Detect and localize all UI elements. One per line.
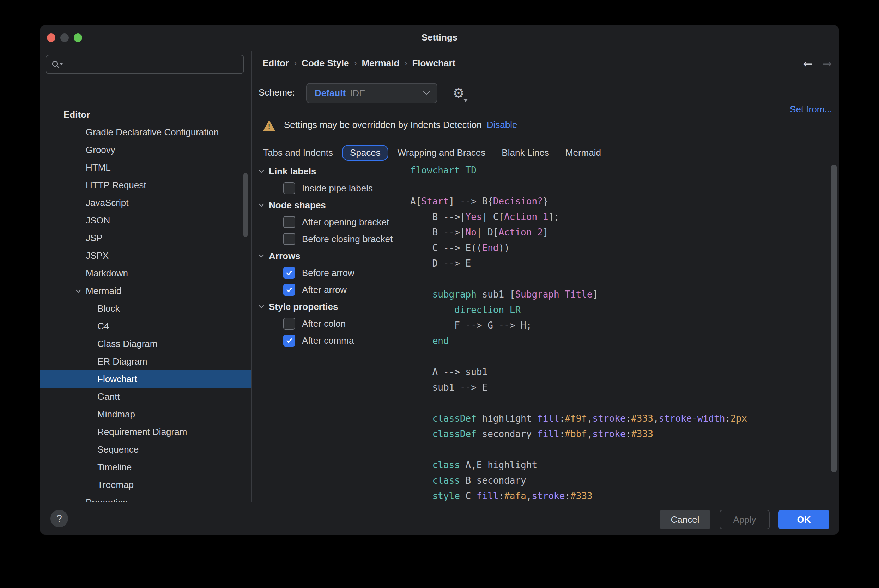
sidebar-item-gradle-declarative-configuration[interactable]: Gradle Declarative Configuration bbox=[40, 123, 251, 141]
option-row: Before arrow bbox=[252, 264, 407, 281]
option-group-title: Node shapes bbox=[269, 200, 326, 211]
code-line: flowchart TD bbox=[410, 163, 747, 178]
tab-mermaid[interactable]: Mermaid bbox=[565, 147, 601, 158]
sidebar-item-html[interactable]: HTML bbox=[40, 159, 251, 176]
code-line bbox=[410, 395, 747, 411]
breadcrumb-item[interactable]: Code Style bbox=[302, 58, 349, 69]
code-line bbox=[410, 349, 747, 364]
checkbox-label: After colon bbox=[302, 318, 346, 329]
sidebar-item-timeline[interactable]: Timeline bbox=[40, 458, 251, 476]
checkbox-after-colon[interactable] bbox=[283, 318, 295, 330]
sidebar-item-class-diagram[interactable]: Class Diagram bbox=[40, 335, 251, 352]
option-group-title: Arrows bbox=[269, 250, 301, 262]
warning-icon: ! bbox=[263, 120, 275, 131]
code-line: B -->|Yes| C[Action 1]; bbox=[410, 209, 747, 225]
scheme-variant: IDE bbox=[350, 88, 365, 99]
set-from-link[interactable]: Set from... bbox=[790, 104, 832, 115]
apply-button: Apply bbox=[720, 510, 770, 530]
gear-caret-icon bbox=[463, 99, 468, 102]
breadcrumb-separator: › bbox=[354, 58, 357, 68]
sidebar-item-jsp[interactable]: JSP bbox=[40, 229, 251, 247]
back-button[interactable]: ← bbox=[800, 57, 816, 71]
gear-icon[interactable]: ⚙ bbox=[451, 85, 467, 101]
breadcrumb-item[interactable]: Editor bbox=[263, 58, 289, 69]
sidebar-item-c4[interactable]: C4 bbox=[40, 317, 251, 335]
tree-item-label: ER Diagram bbox=[97, 356, 147, 367]
chevron-down-icon[interactable] bbox=[257, 302, 266, 311]
checkbox-label: After arrow bbox=[302, 285, 347, 296]
cancel-button[interactable]: Cancel bbox=[660, 510, 711, 530]
tree-item-label: Mermaid bbox=[86, 285, 121, 297]
checkbox-after-comma[interactable] bbox=[283, 334, 295, 346]
code-line: D --> E bbox=[410, 256, 747, 271]
sidebar-item-mindmap[interactable]: Mindmap bbox=[40, 405, 251, 423]
tab-spaces[interactable]: Spaces bbox=[342, 145, 388, 161]
mermaid-code-preview: flowchart TDA[Start] --> B{Decision?} B … bbox=[410, 163, 747, 502]
sidebar-item-http-request[interactable]: HTTP Request bbox=[40, 176, 251, 194]
chevron-down-icon[interactable] bbox=[257, 251, 266, 261]
tree-item-label: JSPX bbox=[86, 250, 109, 261]
sidebar-item-json[interactable]: JSON bbox=[40, 212, 251, 229]
settings-tree: EditorGradle Declarative ConfigurationGr… bbox=[40, 51, 251, 502]
dialog-footer: ? Cancel Apply OK bbox=[40, 502, 839, 535]
code-line: direction LR bbox=[410, 302, 747, 318]
tab-wrapping-and-braces[interactable]: Wrapping and Braces bbox=[398, 147, 486, 158]
code-line: subgraph sub1 [Subgraph Title] bbox=[410, 286, 747, 302]
scheme-select[interactable]: Default IDE bbox=[306, 83, 437, 103]
code-line: A --> sub1 bbox=[410, 364, 747, 380]
code-line bbox=[410, 271, 747, 286]
sidebar-scrollbar[interactable] bbox=[243, 173, 248, 237]
sidebar-item-groovy[interactable]: Groovy bbox=[40, 141, 251, 159]
sidebar-item-block[interactable]: Block bbox=[40, 300, 251, 317]
help-button[interactable]: ? bbox=[50, 510, 68, 527]
chevron-down-icon[interactable] bbox=[74, 286, 83, 296]
sidebar-item-mermaid[interactable]: Mermaid bbox=[40, 282, 251, 300]
warning-text: Settings may be overridden by Indents De… bbox=[284, 120, 482, 130]
chevron-down-icon bbox=[422, 91, 430, 96]
option-row: After arrow bbox=[252, 281, 407, 298]
sidebar-item-sequence[interactable]: Sequence bbox=[40, 441, 251, 458]
checkbox-before-closing-bracket[interactable] bbox=[283, 233, 295, 245]
tree-item-label: Groovy bbox=[86, 144, 115, 156]
breadcrumb-item[interactable]: Mermaid bbox=[362, 58, 399, 69]
code-line: class B secondary bbox=[410, 473, 747, 488]
checkbox-before-arrow[interactable] bbox=[283, 267, 295, 279]
tree-item-label: Mindmap bbox=[97, 409, 135, 420]
tab-blank-lines[interactable]: Blank Lines bbox=[502, 147, 549, 158]
tab-tabs-and-indents[interactable]: Tabs and Indents bbox=[263, 147, 333, 158]
sidebar-item-treemap[interactable]: Treemap bbox=[40, 476, 251, 494]
code-line: classDef highlight fill:#f9f,stroke:#333… bbox=[410, 411, 747, 426]
sidebar-item-javascript[interactable]: JavaScript bbox=[40, 194, 251, 212]
checkbox-label: Inside pipe labels bbox=[302, 183, 373, 194]
preview-scrollbar[interactable] bbox=[831, 165, 837, 472]
checkbox-inside-pipe-labels[interactable] bbox=[283, 182, 295, 194]
checkbox-after-opening-bracket[interactable] bbox=[283, 216, 295, 228]
scheme-label: Scheme: bbox=[258, 87, 295, 98]
sidebar-item-jspx[interactable]: JSPX bbox=[40, 247, 251, 264]
breadcrumb-separator: › bbox=[404, 58, 407, 68]
sidebar-item-flowchart[interactable]: Flowchart bbox=[40, 370, 251, 388]
tree-item-label: Sequence bbox=[97, 444, 139, 455]
tree-item-label: Markdown bbox=[86, 268, 128, 279]
disable-link[interactable]: Disable bbox=[487, 120, 517, 130]
option-row: Inside pipe labels bbox=[252, 180, 407, 197]
sidebar-item-editor[interactable]: Editor bbox=[40, 106, 251, 123]
checkbox-label: Before arrow bbox=[302, 267, 355, 279]
breadcrumb: Editor›Code Style›Mermaid›Flowchart bbox=[263, 56, 455, 70]
spaces-options-panel: Link labelsInside pipe labelsNode shapes… bbox=[252, 163, 407, 502]
settings-sidebar: EditorGradle Declarative ConfigurationGr… bbox=[40, 51, 251, 502]
tree-item-label: Gantt bbox=[97, 391, 120, 402]
forward-button: → bbox=[819, 57, 835, 71]
sidebar-item-gantt[interactable]: Gantt bbox=[40, 388, 251, 405]
breadcrumb-item[interactable]: Flowchart bbox=[412, 58, 455, 69]
sidebar-item-er-diagram[interactable]: ER Diagram bbox=[40, 352, 251, 370]
sidebar-item-markdown[interactable]: Markdown bbox=[40, 264, 251, 282]
ok-button[interactable]: OK bbox=[778, 510, 829, 530]
sidebar-item-requirement-diagram[interactable]: Requirement Diagram bbox=[40, 423, 251, 441]
checkbox-after-arrow[interactable] bbox=[283, 284, 295, 296]
sidebar-item-properties[interactable]: Properties bbox=[40, 494, 251, 502]
chevron-down-icon[interactable] bbox=[257, 167, 266, 176]
tree-item-label: JavaScript bbox=[86, 197, 128, 208]
code-line bbox=[410, 178, 747, 194]
chevron-down-icon[interactable] bbox=[257, 201, 266, 210]
